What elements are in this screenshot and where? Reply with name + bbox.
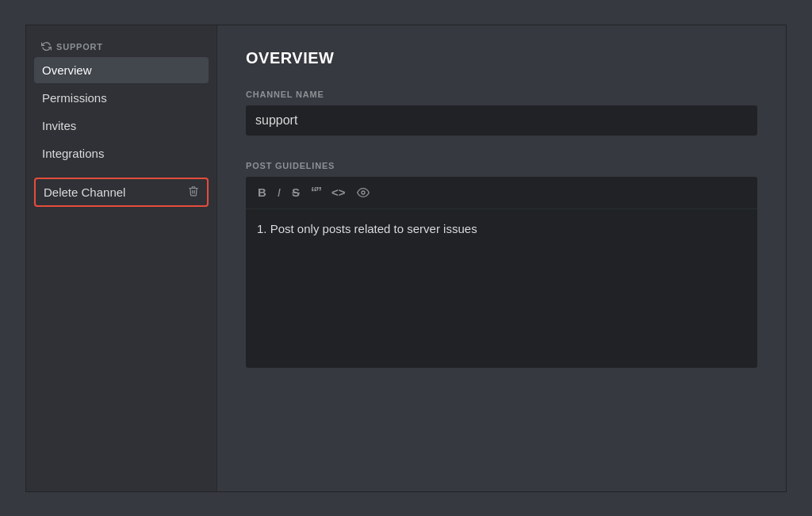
settings-modal: SUPPORT Overview Permissions Invites Int… (25, 25, 787, 492)
editor-container: B I S “” <> (246, 177, 757, 368)
sidebar-item-integrations[interactable]: Integrations (34, 140, 209, 166)
editor-text: 1. Post only posts related to server iss… (257, 222, 477, 235)
sidebar-section-header: SUPPORT (34, 41, 209, 52)
sidebar-item-label: Permissions (42, 91, 107, 105)
quote-button[interactable]: “” (307, 183, 324, 202)
section-icon (40, 41, 52, 52)
post-guidelines-section: POST GUIDELINES B I S “” (246, 161, 757, 368)
editor-toolbar: B I S “” <> (246, 177, 757, 209)
sidebar-item-overview[interactable]: Overview (34, 57, 209, 83)
spoiler-button[interactable] (353, 184, 373, 201)
svg-point-0 (362, 191, 365, 194)
editor-content[interactable]: 1. Post only posts related to server iss… (246, 209, 757, 368)
sidebar-item-invites[interactable]: Invites (34, 113, 209, 139)
bold-button[interactable]: B (254, 183, 270, 201)
italic-button[interactable]: I (274, 183, 285, 201)
sidebar-item-label: Integrations (42, 147, 104, 160)
channel-name-field: CHANNEL NAME (246, 90, 757, 158)
trash-icon (188, 185, 199, 199)
page-title: OVERVIEW (246, 49, 757, 67)
channel-name-input[interactable] (246, 105, 757, 136)
delete-channel-label: Delete Channel (44, 185, 125, 199)
delete-channel-button[interactable]: Delete Channel (34, 178, 209, 207)
sidebar-item-permissions[interactable]: Permissions (34, 85, 209, 111)
sidebar-section-label-text: SUPPORT (56, 42, 103, 52)
channel-name-label: CHANNEL NAME (246, 90, 757, 99)
sidebar-item-label: Overview (42, 63, 92, 77)
post-guidelines-label: POST GUIDELINES (246, 161, 757, 170)
settings-sidebar: SUPPORT Overview Permissions Invites Int… (26, 25, 216, 491)
code-button[interactable]: <> (327, 183, 350, 201)
strikethrough-button[interactable]: S (288, 183, 304, 201)
main-content: OVERVIEW CHANNEL NAME POST GUIDELINES B … (217, 25, 786, 491)
sidebar-item-label: Invites (42, 119, 76, 132)
